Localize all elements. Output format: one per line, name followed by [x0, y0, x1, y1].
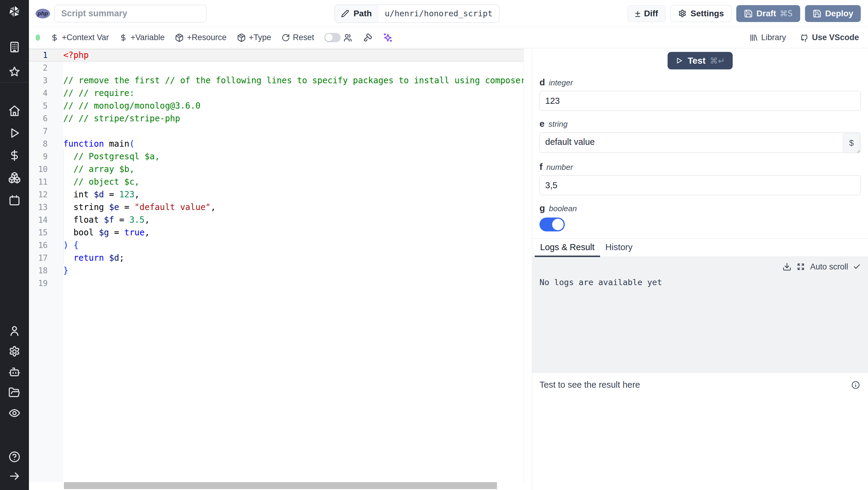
sidebar-resources-button[interactable]	[8, 171, 21, 184]
code-line-16[interactable]: 16) {	[29, 239, 524, 252]
sidebar-account-button[interactable]	[8, 324, 21, 338]
edit-path-button[interactable]: Path	[335, 5, 378, 22]
dollar-icon	[119, 33, 127, 42]
result-placeholder: Test to see the result here	[539, 380, 640, 390]
line-number: 12	[29, 188, 48, 201]
code-line-8[interactable]: 8function main(	[29, 138, 524, 150]
path-value[interactable]: u/henri/honored_script	[378, 5, 499, 22]
robot-icon	[8, 366, 21, 378]
test-shortcut: ⌘↵	[710, 56, 725, 65]
line-number: 4	[29, 87, 48, 99]
resize-handle-icon[interactable]	[855, 148, 860, 153]
arg-name: e	[539, 119, 545, 129]
script-summary-input[interactable]	[54, 5, 207, 22]
pencil-icon	[341, 9, 349, 18]
status-dot	[36, 34, 40, 41]
left-sidebar	[0, 0, 29, 490]
arg-name: d	[539, 77, 545, 87]
format-code-button[interactable]	[363, 33, 373, 42]
use-vscode-label: Use VScode	[812, 33, 859, 42]
draft-button[interactable]: Draft ⌘S	[736, 5, 800, 22]
add-resource-button[interactable]: +Resource	[175, 33, 226, 42]
arg-type: boolean	[549, 204, 577, 213]
arg-f-input[interactable]	[539, 175, 861, 195]
sidebar-expand-button[interactable]	[8, 469, 21, 483]
info-icon[interactable]	[851, 380, 860, 390]
add-type-button[interactable]: +Type	[237, 33, 271, 42]
sparkles-icon	[383, 33, 393, 43]
line-number: 11	[29, 176, 48, 188]
arg-group-e: e string default value $	[539, 119, 861, 154]
arg-g-toggle[interactable]	[539, 218, 565, 231]
line-number: 10	[29, 163, 48, 176]
code-lines[interactable]: 1<?php23// remove the first // of the fo…	[29, 49, 524, 482]
result-area: Test to see the result here	[532, 372, 868, 490]
sidebar-schedules-button[interactable]	[8, 194, 21, 207]
code-line-18[interactable]: 18}	[29, 264, 524, 277]
package-icon	[175, 33, 184, 42]
use-vscode-button[interactable]: Use VScode	[799, 33, 859, 42]
package-icon	[237, 33, 246, 42]
sidebar-workers-button[interactable]	[8, 365, 21, 379]
line-number: 8	[29, 138, 48, 150]
sidebar-workspace-button[interactable]	[8, 40, 21, 54]
tab-logs-result[interactable]: Logs & Result	[535, 239, 600, 257]
add-context-var-button[interactable]: +Context Var	[50, 33, 109, 42]
save-icon	[744, 9, 753, 18]
library-button[interactable]: Library	[749, 33, 786, 42]
download-icon[interactable]	[782, 262, 792, 271]
language-badge-label: php	[38, 10, 48, 17]
code-editor[interactable]: 1<?php23// remove the first // of the fo…	[29, 48, 532, 490]
sidebar-favorites-button[interactable]	[8, 65, 21, 79]
code-line-5[interactable]: 5// // monolog/monolog@3.6.0	[29, 99, 524, 112]
test-button[interactable]: Test ⌘↵	[668, 52, 733, 69]
library-label: Library	[761, 33, 786, 42]
code-line-4[interactable]: 4// // require:	[29, 87, 524, 99]
arg-type: integer	[549, 78, 573, 87]
code-line-9[interactable]: 9 // Postgresql $a,	[29, 150, 524, 163]
code-line-17[interactable]: 17 return $d;	[29, 252, 524, 264]
play-icon	[8, 127, 21, 139]
code-line-6[interactable]: 6// // stripe/stripe-php	[29, 112, 524, 125]
ai-assistant-button[interactable]	[383, 33, 393, 43]
sidebar-settings-button[interactable]	[8, 345, 21, 358]
code-line-7[interactable]: 7	[29, 125, 524, 138]
code-line-12[interactable]: 12 int $d = 123,	[29, 188, 524, 201]
code-line-10[interactable]: 10 // array $b,	[29, 163, 524, 176]
sidebar-runs-button[interactable]	[8, 126, 21, 140]
diff-button[interactable]: ± Diff	[627, 5, 665, 22]
arg-d-input[interactable]	[539, 91, 861, 111]
code-line-19[interactable]: 19	[29, 277, 524, 290]
folder-open-icon	[8, 386, 21, 399]
code-line-11[interactable]: 11 // object $c,	[29, 176, 524, 188]
horizontal-scrollbar[interactable]	[64, 482, 497, 489]
arg-type: string	[549, 119, 568, 129]
arg-e-textarea[interactable]: default value	[539, 132, 861, 153]
multiplayer-toggle[interactable]	[324, 33, 341, 42]
line-number: 2	[29, 62, 48, 74]
line-number: 15	[29, 226, 48, 239]
deploy-button[interactable]: Deploy	[805, 5, 861, 22]
line-number: 5	[29, 99, 48, 112]
sidebar-variables-button[interactable]	[8, 149, 21, 162]
sidebar-audit-logs-button[interactable]	[8, 406, 21, 420]
code-line-15[interactable]: 15 bool $g = true,	[29, 226, 524, 239]
add-variable-button[interactable]: +Variable	[119, 33, 164, 42]
settings-button[interactable]: Settings	[670, 5, 731, 22]
expand-icon[interactable]	[796, 262, 805, 271]
windmill-logo[interactable]	[8, 5, 21, 18]
sidebar-help-button[interactable]	[8, 450, 21, 463]
autoscroll-label[interactable]: Auto scroll	[810, 262, 848, 271]
language-badge: php	[36, 9, 50, 19]
sidebar-folders-button[interactable]	[8, 386, 21, 399]
code-line-1[interactable]: 1<?php	[29, 49, 524, 62]
sidebar-home-button[interactable]	[8, 104, 21, 117]
code-line-3[interactable]: 3// remove the first // of the following…	[29, 74, 524, 87]
run-panel: Test ⌘↵ d integer e string	[532, 48, 868, 490]
code-line-13[interactable]: 13 string $e = "default value",	[29, 201, 524, 213]
tab-history[interactable]: History	[600, 239, 638, 257]
line-number: 17	[29, 252, 48, 264]
code-line-2[interactable]: 2	[29, 62, 524, 74]
code-line-14[interactable]: 14 float $f = 3.5,	[29, 213, 524, 226]
reset-button[interactable]: Reset	[281, 33, 314, 42]
